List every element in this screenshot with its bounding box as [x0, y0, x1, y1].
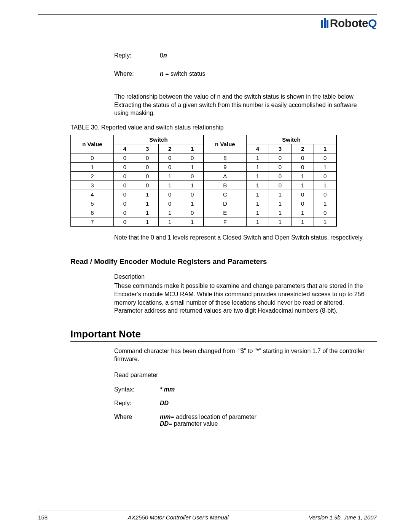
table-cell: 5 [71, 199, 113, 208]
table-cell: 0 [181, 153, 204, 162]
table-cell: 1 [136, 217, 159, 226]
table-cell: 0 [269, 162, 291, 171]
col-nvalue-right: n Value [204, 135, 246, 153]
footer-rule [38, 511, 377, 511]
table-cell: 0 [314, 190, 336, 199]
table-cell: 0 [113, 162, 136, 171]
col-4r: 4 [246, 144, 269, 153]
table-cell: 1 [314, 217, 336, 226]
brand-logo: RoboteQ [321, 17, 377, 30]
table-cell: 0 [292, 162, 314, 171]
table-row: 20010A1010 [71, 171, 336, 181]
table-cell: 0 [292, 190, 314, 199]
table-cell: 1 [314, 162, 336, 171]
reply-value: 0n [160, 52, 167, 59]
table-cell: C [204, 190, 246, 199]
table-cell: 6 [71, 208, 113, 217]
table-cell: 1 [269, 217, 291, 226]
important-note-rule [70, 341, 377, 342]
table-cell: A [204, 171, 246, 181]
table-cell: 0 [113, 190, 136, 199]
table-cell: 1 [269, 208, 291, 217]
table-cell: 0 [136, 171, 159, 181]
description-label: Description [114, 273, 377, 280]
col-switch-left: Switch [113, 135, 204, 144]
reply-label: Reply: [114, 52, 160, 59]
footer-version: Version 1.9b. June 1, 2007 [309, 514, 377, 521]
table-cell: 1 [246, 190, 269, 199]
table-cell: 0 [181, 208, 204, 217]
table-cell: 1 [246, 217, 269, 226]
table-cell: B [204, 181, 246, 190]
table-cell: 0 [136, 181, 159, 190]
table-cell: 0 [113, 208, 136, 217]
section-heading: Read / Modify Encoder Module Registers a… [70, 257, 377, 266]
table-cell: 1 [181, 181, 204, 190]
col-4l: 4 [113, 144, 136, 153]
where-label: Where: [114, 70, 160, 77]
table-cell: 0 [159, 199, 181, 208]
col-3r: 3 [269, 144, 291, 153]
table-cell: 1 [181, 217, 204, 226]
table-cell: 0 [136, 153, 159, 162]
table-cell: 1 [292, 217, 314, 226]
table-row: 30011B1011 [71, 181, 336, 190]
table-cell: 0 [269, 171, 291, 181]
table-cell: 1 [181, 199, 204, 208]
table-cell: 0 [314, 171, 336, 181]
col-switch-right: Switch [246, 135, 336, 144]
table-cell: 1 [269, 199, 291, 208]
table-cell: 1 [181, 162, 204, 171]
table-cell: 2 [71, 171, 113, 181]
table-cell: 1 [314, 181, 336, 190]
read-param-label: Read parameter [114, 372, 377, 379]
table-cell: 0 [159, 153, 181, 162]
table-cell: 1 [292, 208, 314, 217]
table-cell: 1 [246, 153, 269, 162]
relationship-paragraph: The relationship between the value of n … [114, 93, 373, 117]
syntax-label: Syntax: [114, 386, 160, 393]
where2-label: Where [114, 414, 160, 427]
table-row: 1000191001 [71, 162, 336, 171]
table-row: 50101D1101 [71, 199, 336, 208]
page-number: 158 [38, 514, 48, 521]
col-1r: 1 [314, 144, 336, 153]
table-cell: 0 [292, 153, 314, 162]
header: RoboteQ [38, 17, 377, 30]
top-rule [38, 14, 377, 15]
table-cell: 1 [292, 171, 314, 181]
table-cell: 1 [314, 199, 336, 208]
table-cell: 1 [246, 199, 269, 208]
logo-bars-icon [321, 18, 328, 28]
table-cell: 1 [71, 162, 113, 171]
col-3l: 3 [136, 144, 159, 153]
table-cell: 1 [246, 208, 269, 217]
col-nvalue-left: n Value [71, 135, 113, 153]
table-cell: 1 [159, 217, 181, 226]
table-cell: 0 [159, 162, 181, 171]
table-cell: 7 [71, 217, 113, 226]
table-cell: 0 [113, 171, 136, 181]
table-cell: 0 [314, 153, 336, 162]
table-cell: 4 [71, 190, 113, 199]
table-cell: D [204, 199, 246, 208]
table-cell: 3 [71, 181, 113, 190]
table-cell: 0 [269, 181, 291, 190]
col-2l: 2 [159, 144, 181, 153]
brand-name: RoboteQ [330, 17, 377, 30]
table-cell: 1 [246, 162, 269, 171]
table-cell: 1 [159, 171, 181, 181]
table-cell: 1 [269, 190, 291, 199]
table-cell: 0 [292, 199, 314, 208]
syntax-value: * mm [160, 386, 377, 393]
where2-value: mm= address location of parameter DD= pa… [160, 414, 377, 427]
table-row: 60110E1110 [71, 208, 336, 217]
table-cell: 1 [246, 181, 269, 190]
table-cell: 1 [159, 181, 181, 190]
table-cell: 0 [314, 208, 336, 217]
table-cell: 0 [113, 181, 136, 190]
table-cell: 0 [181, 171, 204, 181]
reply2-value: DD [160, 400, 377, 407]
table-caption: TABLE 30. Reported value and switch stat… [70, 124, 377, 131]
syntax-block: Syntax: * mm Reply: DD Where mm= address… [114, 386, 377, 427]
